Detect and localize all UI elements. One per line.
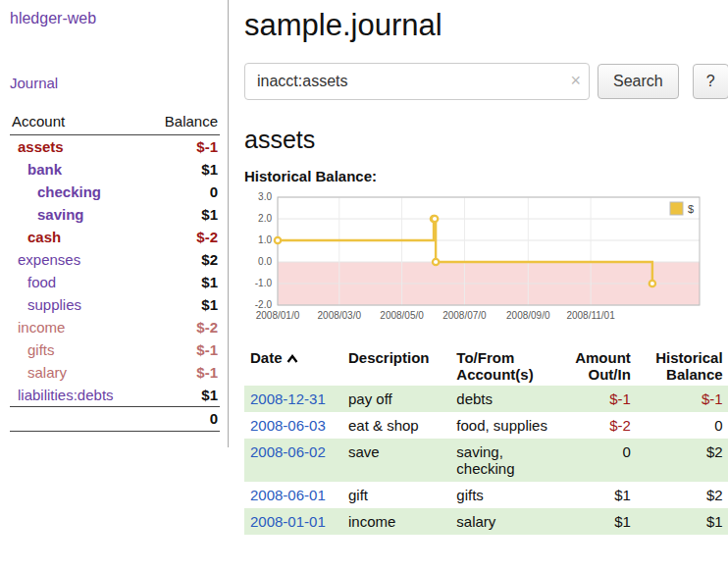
transaction-balance: 0 [637,412,728,439]
transaction-accounts: salary [450,508,563,535]
account-link-food[interactable]: food [27,274,56,290]
svg-text:2008/01/0: 2008/01/0 [256,310,300,321]
page-title: sample.journal [244,8,728,43]
account-balance: $1 [145,203,220,226]
svg-text:0.0: 0.0 [258,256,272,267]
account-balance: 0 [145,181,220,203]
account-link-assets[interactable]: assets [18,138,64,155]
chart-title: Historical Balance: [244,168,728,184]
transaction-date-link[interactable]: 2008-06-01 [250,487,326,503]
transaction-accounts: gifts [450,482,563,508]
account-balance: $-1 [145,135,220,159]
register-header-date[interactable]: Date [244,346,342,386]
account-link-checking[interactable]: checking [37,183,101,200]
account-balance: $-2 [145,226,220,248]
register-header-accounts: To/From Account(s) [450,346,563,386]
account-row: supplies $1 [10,293,220,316]
account-balance: $1 [145,271,220,293]
transaction-accounts: saving, checking [450,439,563,482]
account-row: cash $-2 [10,226,220,248]
svg-text:2.0: 2.0 [258,213,272,224]
account-row: salary $-1 [10,361,220,384]
transaction-balance: $-1 [637,386,728,412]
account-link-liabilities-debts[interactable]: liabilities:debts [18,387,114,403]
account-heading: assets [244,126,728,154]
help-button[interactable]: ? [693,64,728,99]
account-row: assets $-1 [10,135,220,159]
transaction-balance: $2 [637,482,728,508]
register-row: 2008-01-01 income salary $1 $1 [244,508,728,535]
register-row: 2008-06-03 eat & shop food, supplies $-2… [244,412,728,439]
account-row: gifts $-1 [10,338,220,361]
register-row: 2008-06-01 gift gifts $1 $2 [244,482,728,508]
svg-text:2008/07/0: 2008/07/0 [442,310,487,321]
account-link-gifts[interactable]: gifts [27,341,55,358]
accounts-total-row: 0 [10,407,220,432]
transaction-amount: $-2 [563,412,637,439]
account-row: saving $1 [10,203,220,226]
register-header-amount: Amount Out/In [563,346,637,386]
account-balance: $1 [145,384,220,407]
transaction-amount: $1 [563,508,637,535]
account-balance: $-2 [145,316,220,338]
account-balance: $1 [145,158,220,181]
account-row: expenses $2 [10,248,220,271]
app-title-link[interactable]: hledger-web [10,10,220,27]
account-row: liabilities:debts $1 [10,384,220,407]
transaction-date-link[interactable]: 2008-12-31 [250,390,326,407]
svg-text:3.0: 3.0 [258,192,272,202]
accounts-header-balance: Balance [145,111,220,135]
account-row: bank $1 [10,158,220,181]
svg-text:2008/09/0: 2008/09/0 [506,310,550,321]
search-bar: × Search ? [244,63,728,100]
account-row: income $-2 [10,316,220,338]
account-link-salary[interactable]: salary [27,364,67,381]
svg-text:$: $ [688,203,694,215]
transaction-date-link[interactable]: 2008-06-03 [250,417,326,434]
accounts-table: Account Balance assets $-1 bank $1 check… [10,111,220,432]
register-table: Date Description To/From Account(s) Amou… [244,346,728,535]
transaction-date-link[interactable]: 2008-01-01 [250,513,326,530]
transaction-description: save [342,439,450,482]
search-input[interactable] [244,63,590,100]
account-link-supplies[interactable]: supplies [27,296,81,313]
account-link-income[interactable]: income [18,319,65,336]
transaction-amount: $1 [563,482,637,508]
clear-search-icon[interactable]: × [570,71,581,90]
svg-text:1.0: 1.0 [258,234,272,245]
svg-text:-2.0: -2.0 [255,299,273,310]
transaction-balance: $2 [637,439,728,482]
transaction-accounts: food, supplies [450,412,563,439]
account-link-bank[interactable]: bank [27,161,62,178]
register-row: 2008-12-31 pay off debts $-1 $-1 [244,386,728,412]
register-header-balance: Historical Balance [637,346,728,386]
historical-balance-chart: 3.02.01.00.0-1.0-2.02008/01/02008/03/020… [244,192,705,326]
accounts-header-account: Account [10,111,145,135]
account-link-saving[interactable]: saving [37,206,84,223]
account-balance: $2 [145,248,220,271]
transaction-amount: 0 [563,439,637,482]
transaction-description: eat & shop [342,412,450,439]
svg-text:2008/11/01: 2008/11/01 [566,310,615,321]
transaction-description: gift [342,482,450,508]
transaction-accounts: debts [450,386,563,412]
account-link-cash[interactable]: cash [27,229,61,245]
app-window: hledger-web Journal Account Balance asse… [0,0,728,535]
account-link-expenses[interactable]: expenses [18,251,80,268]
transaction-date-link[interactable]: 2008-06-02 [250,443,326,460]
account-balance: $1 [145,293,220,316]
accounts-total-balance: 0 [145,407,220,432]
account-row: food $1 [10,271,220,293]
sort-ascending-icon [286,349,298,366]
svg-text:-1.0: -1.0 [255,278,273,288]
transaction-description: income [342,508,450,535]
svg-text:2008/03/0: 2008/03/0 [318,310,362,321]
transaction-amount: $-1 [563,386,637,412]
journal-link[interactable]: Journal [10,75,58,91]
account-row: checking 0 [10,181,220,203]
account-balance: $-1 [145,338,220,361]
search-button[interactable]: Search [598,64,679,99]
main-content: sample.journal × Search ? assets Histori… [229,0,728,535]
register-header-description: Description [342,346,450,386]
svg-text:2008/05/0: 2008/05/0 [380,310,424,321]
